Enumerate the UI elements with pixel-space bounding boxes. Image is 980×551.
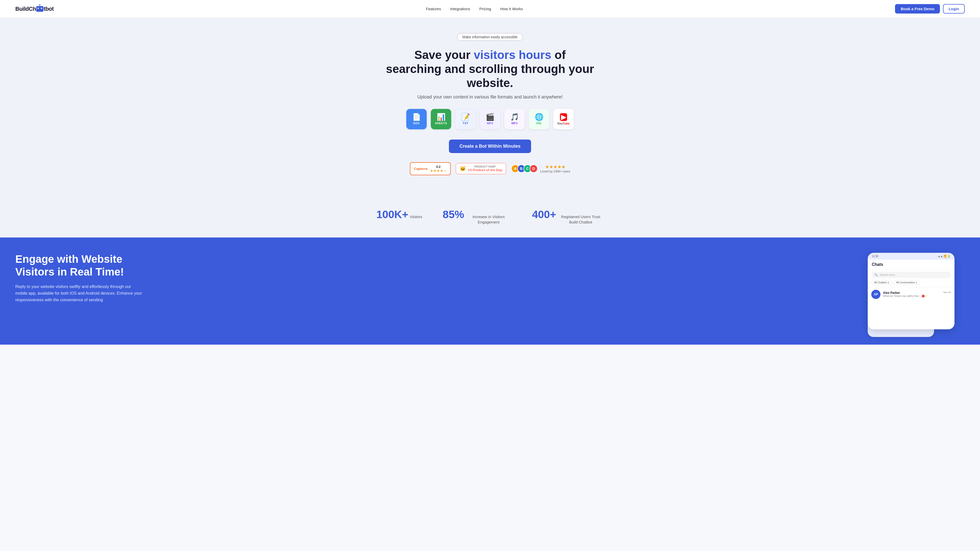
hero-subtext: Upload your own content in various file … xyxy=(5,94,975,100)
engage-text: Engage with Website Visitors in Real Tim… xyxy=(15,253,143,303)
nav-item-how-it-works[interactable]: How It Works xyxy=(500,6,523,11)
mp4-icon: 🎬 xyxy=(486,114,495,121)
youtube-icon: ▶ xyxy=(560,113,567,121)
engage-description: Reply to your website visitors swiftly a… xyxy=(15,283,143,303)
url-label: URL xyxy=(536,122,542,125)
engage-title: Engage with Website Visitors in Real Tim… xyxy=(15,253,143,279)
hero-headline: Save your visitors hours of searching an… xyxy=(385,48,595,90)
nav-link-pricing[interactable]: Pricing xyxy=(479,6,491,11)
nav-link-how-it-works[interactable]: How It Works xyxy=(500,6,523,11)
phone-signals: ▲▲ 📶 🔋 xyxy=(938,255,950,258)
phone-time: 12:30 xyxy=(872,255,878,258)
chat-message-status: 🔴 ✓ xyxy=(921,295,928,297)
stat-engagement: 85% Increase in Visitors Engagement xyxy=(443,208,512,225)
chat-message-preview: What are Tesla's top safety feat... xyxy=(883,295,921,297)
headline-before: Save your xyxy=(414,48,474,62)
logo-text-after: tbot xyxy=(44,6,54,12)
stats-section: 100K+ Visitors 85% Increase in Visitors … xyxy=(0,201,980,238)
stat-users-number: 400+ xyxy=(532,208,556,221)
capterra-logo: Capterra xyxy=(414,167,428,171)
product-hunt-info: Product Hunt #3 Product of the Day xyxy=(468,165,502,172)
users-label: Loved by 100k+ users xyxy=(540,170,570,173)
product-hunt-icon: 🐱 xyxy=(460,165,466,171)
capterra-badge: Capterra 4.2 ★★★★☆ xyxy=(410,162,451,175)
main-nav: Features Integrations Pricing How It Wor… xyxy=(426,6,523,11)
file-icon-mp3: 🎵 MP3 xyxy=(504,109,525,129)
file-icon-sheets: 📊 SHEETS xyxy=(431,109,451,129)
logo[interactable]: BuildCh tbot xyxy=(15,6,54,12)
doc-label: DOC xyxy=(413,122,420,125)
product-hunt-category: Product Hunt xyxy=(468,165,502,168)
file-icon-url: 🌐 URL xyxy=(529,109,549,129)
logo-text-before: BuildCh xyxy=(15,6,36,12)
url-icon: 🌐 xyxy=(535,114,544,121)
chat-filters: All Chatbot ∨ All Conversation ∨ xyxy=(868,280,955,287)
nav-item-integrations[interactable]: Integrations xyxy=(450,6,470,11)
capterra-info: 4.2 ★★★★☆ xyxy=(430,165,447,173)
file-icon-txt: 📝 TXT xyxy=(455,109,476,129)
chat-list-item[interactable]: AP Alex Parker Nov 06 What are Tesla's t… xyxy=(868,287,955,302)
sheets-icon: 📊 xyxy=(437,114,445,121)
engage-section: Engage with Website Visitors in Real Tim… xyxy=(0,238,980,345)
chat-item-name: Alex Parker Nov 06 xyxy=(883,291,951,295)
chat-item-message: What are Tesla's top safety feat... 🔴 ✓ xyxy=(883,295,951,297)
file-icon-youtube: ▶ YouTube xyxy=(553,109,574,129)
chat-phone-front: 12:30 ▲▲ 📶 🔋 Chats 🔍 Search here... All … xyxy=(868,253,955,329)
mp3-icon: 🎵 xyxy=(510,114,519,121)
mp4-label: MP4 xyxy=(487,122,493,125)
stat-engagement-label: Increase in Visitors Engagement xyxy=(466,214,512,225)
create-bot-button[interactable]: Create a Bot Within Minutes xyxy=(449,140,531,153)
phone-status-bar: 12:30 ▲▲ 📶 🔋 xyxy=(868,253,955,260)
mp3-label: MP3 xyxy=(511,122,517,125)
nav-item-pricing[interactable]: Pricing xyxy=(479,6,491,11)
search-icon: 🔍 xyxy=(874,273,878,276)
chat-filter-conversation[interactable]: All Conversation ∨ xyxy=(894,280,920,285)
chat-item-time: Nov 06 xyxy=(943,291,951,295)
headline-accent: visitors hours xyxy=(474,48,551,62)
logo-antenna xyxy=(40,5,40,6)
capterra-stars: ★★★★☆ xyxy=(430,168,447,173)
chat-item-info: Alex Parker Nov 06 What are Tesla's top … xyxy=(883,291,951,297)
stat-engagement-number: 85% xyxy=(443,208,464,221)
nav-link-integrations[interactable]: Integrations xyxy=(450,6,470,11)
users-badge-info: ★★★★★ Loved by 100k+ users xyxy=(540,164,570,173)
chat-list-header: Chats xyxy=(868,260,955,270)
stat-users: 400+ Registered Users Trust Build Chatbo… xyxy=(532,208,604,225)
file-format-icons: 📄 DOC 📊 SHEETS 📝 TXT 🎬 MP4 🎵 MP3 🌐 URL ▶… xyxy=(5,109,975,129)
doc-icon: 📄 xyxy=(412,114,421,121)
youtube-label: YouTube xyxy=(557,122,570,125)
file-icon-mp4: 🎬 MP4 xyxy=(480,109,500,129)
users-badge: A B C D ★★★★★ Loved by 100k+ users xyxy=(511,164,570,173)
hero-section: Make information easily accessible Save … xyxy=(0,18,980,201)
hero-badge: Make information easily accessible xyxy=(457,33,523,41)
chat-sender-name: Alex Parker xyxy=(883,291,900,295)
capterra-score: 4.2 xyxy=(430,165,447,168)
txt-label: TXT xyxy=(463,122,468,125)
stat-visitors-label: Visitors xyxy=(410,214,422,219)
chat-filter-chatbot[interactable]: All Chatbot ∨ xyxy=(871,280,892,285)
user-avatar-4: D xyxy=(530,165,538,173)
navbar: BuildCh tbot Features Integrations Prici… xyxy=(0,0,980,18)
product-hunt-badge: 🐱 Product Hunt #3 Product of the Day xyxy=(456,163,506,174)
users-stars: ★★★★★ xyxy=(540,164,570,170)
chat-search-placeholder: Search here... xyxy=(880,273,897,276)
book-demo-button[interactable]: Book a Free Demo xyxy=(895,4,940,14)
chat-search-bar[interactable]: 🔍 Search here... xyxy=(871,272,951,278)
file-icon-doc: 📄 DOC xyxy=(406,109,427,129)
chat-item-avatar: AP xyxy=(871,290,880,299)
product-hunt-rank: #3 Product of the Day xyxy=(468,168,502,172)
nav-link-features[interactable]: Features xyxy=(426,6,441,11)
txt-icon: 📝 xyxy=(461,114,470,121)
stat-users-label: Registered Users Trust Build Chatbot xyxy=(558,214,604,225)
chat-mockup: 12:30 ▲▲ 📶 🔋 Chats 🔍 Search here... All … xyxy=(868,253,965,329)
stat-visitors: 100K+ Visitors xyxy=(376,208,422,225)
login-button[interactable]: Login xyxy=(943,4,965,14)
user-avatars: A B C D xyxy=(511,165,538,173)
stat-visitors-number: 100K+ xyxy=(376,208,408,221)
navbar-actions: Book a Free Demo Login xyxy=(895,4,965,14)
nav-item-features[interactable]: Features xyxy=(426,6,441,11)
social-proof-badges: Capterra 4.2 ★★★★☆ 🐱 Product Hunt #3 Pro… xyxy=(5,162,975,175)
sheets-label: SHEETS xyxy=(435,122,447,125)
logo-robot-icon xyxy=(36,6,43,12)
